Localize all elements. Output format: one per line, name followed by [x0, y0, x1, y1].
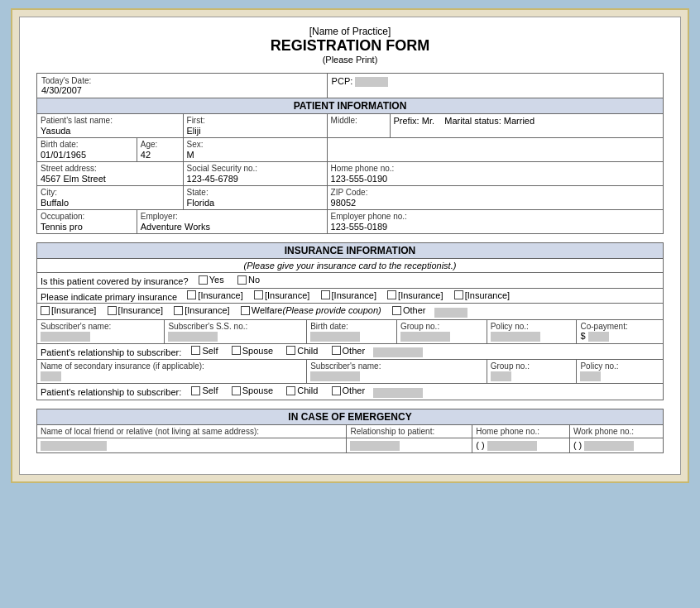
covered-label: Is this patient covered by insurance? — [41, 276, 189, 286]
work-phone-format: ( ) — [573, 440, 582, 450]
spouse-checkbox[interactable] — [232, 346, 241, 355]
self2-label: Self — [202, 385, 218, 395]
insurance-section-header: INSURANCE INFORMATION — [37, 243, 664, 259]
city-row: City: Buffalo State: Florida ZIP Code: 9… — [37, 186, 664, 210]
ins7-checkbox[interactable] — [108, 306, 117, 315]
relationship-row1: Patient's relationship to subscriber: Se… — [37, 343, 664, 360]
middle-label: Middle: — [331, 116, 386, 125]
emergency-home-phone-label: Home phone no.: — [476, 427, 566, 436]
name-row: Patient's last name: Yasuda First: Eliji… — [37, 114, 664, 138]
middle-cell: Middle: — [327, 114, 390, 138]
copay-label: Co-payment: — [580, 322, 659, 331]
last-name-label: Patient's last name: — [41, 116, 180, 125]
secondary-insurance-row: Name of secondary insurance (if applicab… — [37, 360, 664, 384]
emergency-work-phone-value-cell: ( ) — [569, 438, 663, 452]
no-checkbox[interactable] — [237, 275, 247, 285]
ins2-checkbox[interactable] — [254, 290, 263, 299]
prefix-value: Mr. — [422, 116, 434, 126]
other-insurance-checkbox[interactable] — [392, 306, 401, 315]
emergency-header-row: IN CASE OF EMERGENCY — [37, 409, 664, 424]
first-name-cell: First: Eliji — [183, 114, 327, 138]
policy2-label: Policy no.: — [580, 361, 659, 371]
other2-box — [373, 347, 423, 357]
first-name-value: Eliji — [187, 126, 324, 136]
other3-checkbox[interactable] — [332, 386, 341, 395]
employer-phone-cell: Employer phone no.: 123-555-0189 — [327, 210, 663, 234]
home-phone-format: ( ) — [476, 440, 484, 450]
zip-label: ZIP Code: — [331, 188, 659, 197]
prefix-marital-cell: Prefix: Mr. Marital status: Married — [390, 114, 664, 138]
sex-label: Sex: — [187, 140, 324, 149]
form-title: REGISTRATION FORM — [36, 37, 664, 55]
pcp-cell: PCP: — [327, 74, 663, 98]
spouse2-label: Spouse — [242, 385, 273, 395]
empty-cell — [327, 138, 663, 162]
covered-row: Is this patient covered by insurance? Ye… — [37, 273, 664, 289]
sex-value: M — [187, 150, 324, 160]
insurance-header-row: INSURANCE INFORMATION — [37, 243, 664, 259]
insurance-form-table: INSURANCE INFORMATION (Please give your … — [36, 242, 664, 400]
friend-label: Name of local friend or relative (not li… — [41, 427, 343, 436]
friend-label-cell: Name of local friend or relative (not li… — [37, 424, 347, 438]
ins3-checkbox[interactable] — [321, 290, 330, 299]
ins4-checkbox[interactable] — [387, 290, 396, 299]
birth-row: Birth date: 01/01/1965 Age: 42 Sex: M — [37, 138, 664, 162]
last-name-cell: Patient's last name: Yasuda — [37, 114, 184, 138]
state-label: State: — [187, 188, 324, 197]
group2-cell: Group no.: — [487, 360, 577, 384]
ins1-checkbox[interactable] — [187, 290, 196, 299]
policy-no-cell: Policy no.: — [487, 319, 577, 343]
other2-checkbox[interactable] — [332, 346, 341, 355]
emergency-values-row: ( ) ( ) — [37, 438, 664, 452]
child2-item: Child — [286, 385, 318, 395]
welfare-item: Welfare (Please provide coupon) — [241, 305, 381, 315]
relationship-label: Patient's relationship to subscriber: — [41, 347, 181, 357]
age-cell: Age: 42 — [137, 138, 183, 162]
ins5-checkbox[interactable] — [454, 290, 463, 299]
child-checkbox[interactable] — [286, 346, 295, 355]
copay-prefix: $ — [580, 331, 585, 341]
zip-cell: ZIP Code: 98052 — [327, 186, 663, 210]
ins6-item: [Insurance] — [41, 305, 96, 315]
self-checkbox[interactable] — [191, 346, 200, 355]
yes-checkbox[interactable] — [199, 275, 208, 285]
pcp-label: PCP: — [332, 76, 353, 86]
ins8-checkbox[interactable] — [174, 306, 183, 315]
sub-name2-box — [310, 371, 360, 381]
pcp-value-box — [355, 77, 388, 87]
group-no-label: Group no.: — [400, 322, 483, 331]
emergency-relationship-value-cell — [347, 438, 472, 452]
welfare-label: Welfare — [252, 305, 283, 315]
spouse-label: Spouse — [242, 346, 273, 356]
emergency-form-table: IN CASE OF EMERGENCY Name of local frien… — [36, 409, 664, 453]
ins2-item: [Insurance] — [254, 290, 309, 300]
other-insurance-box — [434, 308, 467, 318]
child2-checkbox[interactable] — [286, 386, 295, 395]
state-cell: State: Florida — [183, 186, 327, 210]
birth-value: 01/01/1965 — [41, 150, 133, 160]
no-checkbox-item: No — [237, 275, 260, 285]
yes-label: Yes — [209, 275, 224, 285]
city-value: Buffalo — [41, 198, 180, 208]
ins1-item: [Insurance] — [187, 290, 242, 300]
ins5-label: [Insurance] — [465, 290, 510, 300]
home-phone-value: 123-555-0190 — [331, 174, 659, 184]
marital-label: Marital status: — [444, 116, 501, 126]
ins6-checkbox[interactable] — [41, 306, 50, 315]
emergency-home-phone-box — [487, 441, 537, 451]
occupation-cell: Occupation: Tennis pro — [37, 210, 137, 234]
self-item: Self — [191, 346, 218, 356]
insurance-note-row: (Please give your insurance card to the … — [37, 259, 664, 273]
emergency-work-phone-label-cell: Work phone no.: — [569, 424, 663, 438]
self2-checkbox[interactable] — [191, 386, 200, 395]
secondary-label: Name of secondary insurance (if applicab… — [41, 361, 303, 371]
date-pcp-row: Today's Date: 4/30/2007 PCP: — [37, 74, 664, 98]
other2-item: Other — [332, 346, 366, 356]
welfare-checkbox[interactable] — [241, 306, 250, 315]
sub-ss-box — [168, 332, 218, 342]
spouse2-checkbox[interactable] — [232, 386, 241, 395]
street-label: Street address: — [41, 164, 180, 173]
copay-box — [588, 332, 609, 342]
home-phone-label: Home phone no.: — [331, 164, 659, 173]
zip-value: 98052 — [331, 198, 659, 208]
